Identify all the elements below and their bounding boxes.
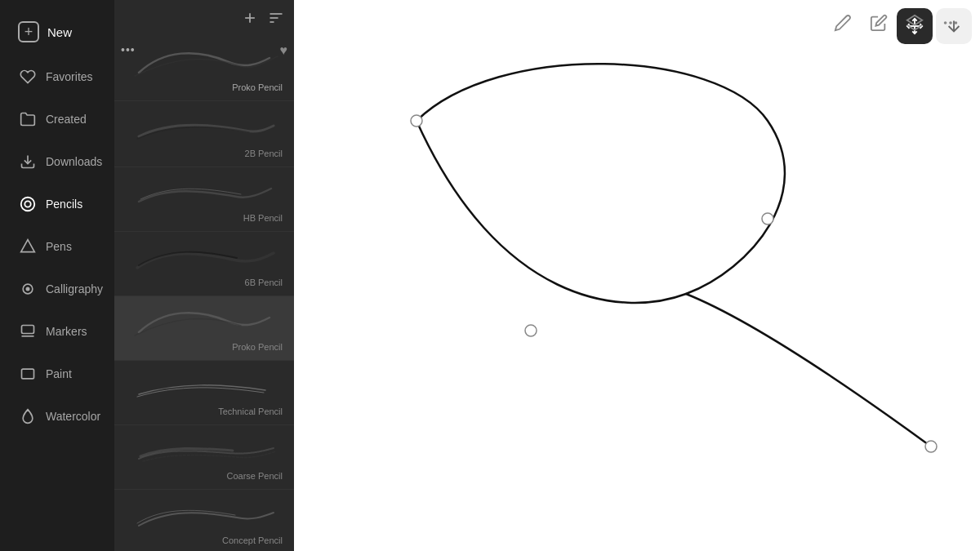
sort-brush-button[interactable] <box>268 10 284 30</box>
edit-button[interactable] <box>862 7 895 39</box>
brush-preview-hb <box>122 172 286 213</box>
sidebar-item-watercolor[interactable]: Watercolor <box>5 397 109 436</box>
paint-icon <box>18 364 38 384</box>
brush-preview-concept <box>122 495 286 535</box>
svg-rect-8 <box>22 369 34 379</box>
top-toolbar <box>294 0 980 45</box>
svg-point-17 <box>956 22 957 24</box>
canvas-drawing <box>294 0 980 551</box>
sidebar-item-paint[interactable]: Paint <box>5 354 109 393</box>
pencils-icon <box>18 194 38 214</box>
svg-marker-14 <box>907 15 922 24</box>
new-button[interactable]: + New <box>5 11 109 52</box>
sidebar-item-pencils[interactable]: Pencils <box>5 184 109 224</box>
brush-item-2b[interactable]: 2B Pencil <box>114 103 294 167</box>
toolbar-group-tools <box>826 7 967 39</box>
add-brush-button[interactable] <box>242 10 258 30</box>
heart-icon <box>18 67 38 87</box>
brush-item-6b[interactable]: 6B Pencil <box>114 232 294 296</box>
sidebar-item-created[interactable]: Created <box>5 100 109 139</box>
brush-preview-coarse <box>122 430 286 471</box>
brush-name-hb: HB Pencil <box>122 213 286 226</box>
brush-item-concept[interactable]: Concept Pencil <box>114 490 294 551</box>
brush-name-proko-top: Proko Pencil <box>122 82 286 96</box>
more-button[interactable] <box>934 7 967 39</box>
brush-name-coarse: Coarse Pencil <box>122 471 286 484</box>
pens-label: Pens <box>46 240 72 253</box>
svg-point-15 <box>945 22 947 24</box>
brush-item-proko-selected[interactable]: Proko Pencil <box>114 296 294 361</box>
brush-preview-2b <box>122 108 286 149</box>
svg-marker-3 <box>21 240 35 252</box>
download-icon <box>18 152 38 171</box>
calligraphy-label: Calligraphy <box>46 282 103 295</box>
layers-button[interactable] <box>898 7 931 39</box>
brush-name-6b: 6B Pencil <box>122 278 286 291</box>
sidebar-item-markers[interactable]: Markers <box>5 312 109 351</box>
svg-point-2 <box>24 201 30 207</box>
brush-name-concept: Concept Pencil <box>122 535 286 549</box>
plus-icon: + <box>18 21 39 42</box>
brush-item-hb[interactable]: HB Pencil <box>114 167 294 232</box>
sidebar: + New Favorites Created Downloads <box>0 0 114 551</box>
brush-item-coarse[interactable]: Coarse Pencil <box>114 425 294 490</box>
watercolor-label: Watercolor <box>46 410 100 423</box>
paint-label: Paint <box>46 367 72 380</box>
control-point-3[interactable] <box>525 325 537 336</box>
control-point-4[interactable] <box>925 441 937 452</box>
brush-panel-header <box>114 0 294 37</box>
brush-item-technical[interactable]: Technical Pencil <box>114 361 294 425</box>
watercolor-icon <box>18 407 38 426</box>
markers-icon <box>18 322 38 341</box>
sidebar-item-calligraphy[interactable]: Calligraphy <box>5 269 109 309</box>
calligraphy-icon <box>18 279 38 299</box>
new-label: New <box>47 25 72 39</box>
control-point-2[interactable] <box>762 213 773 224</box>
svg-point-16 <box>950 22 951 24</box>
brush-panel: ••• ♥ Proko Pencil 2B Pencil <box>114 0 294 551</box>
brush-name-technical: Technical Pencil <box>122 407 286 420</box>
sidebar-item-downloads[interactable]: Downloads <box>5 142 109 181</box>
brush-preview-technical <box>122 366 286 407</box>
brush-preview-proko-selected <box>122 301 286 342</box>
brush-preview-proko-top <box>122 42 286 82</box>
pens-icon <box>18 237 38 256</box>
brush-name-2b: 2B Pencil <box>122 149 286 162</box>
control-point-1[interactable] <box>411 115 422 127</box>
brush-item-proko-top[interactable]: ••• ♥ Proko Pencil <box>114 37 294 101</box>
brush-preview-6b <box>122 237 286 278</box>
svg-point-5 <box>26 287 29 290</box>
sidebar-item-pens[interactable]: Pens <box>5 227 109 266</box>
brush-list: ••• ♥ Proko Pencil 2B Pencil <box>114 37 294 551</box>
downloads-label: Downloads <box>46 155 102 168</box>
brush-name-proko-selected: Proko Pencil <box>122 342 286 355</box>
pencils-label: Pencils <box>46 198 82 211</box>
svg-rect-6 <box>22 326 34 334</box>
sidebar-item-favorites[interactable]: Favorites <box>5 57 109 96</box>
pencil-tool-button[interactable] <box>826 7 859 39</box>
svg-point-1 <box>21 198 35 211</box>
markers-label: Markers <box>46 325 87 338</box>
created-label: Created <box>46 113 87 126</box>
favorites-label: Favorites <box>46 70 93 83</box>
canvas-area[interactable] <box>294 0 980 551</box>
folder-icon <box>18 109 38 129</box>
